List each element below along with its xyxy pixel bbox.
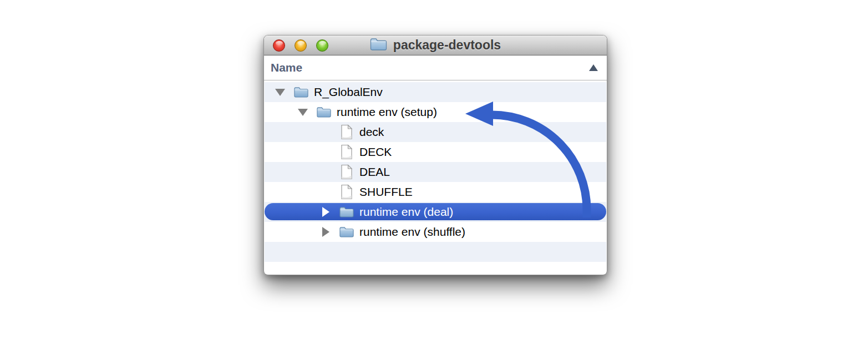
tree-row[interactable]: runtime env (setup) — [265, 102, 606, 122]
tree-row[interactable]: DECK — [265, 142, 606, 162]
window-title-group: package-devtools — [264, 36, 607, 55]
tree-row-label: DEAL — [359, 165, 390, 179]
tree-row[interactable]: DEAL — [265, 162, 606, 182]
tree-row[interactable]: runtime env (deal) — [265, 202, 606, 222]
finder-window: package-devtools Name R_GlobalEnvruntime… — [263, 35, 607, 275]
window-title: package-devtools — [393, 38, 501, 53]
column-header-label: Name — [264, 61, 302, 74]
tree-row[interactable]: runtime env (shuffle) — [265, 222, 606, 242]
document-icon — [339, 124, 354, 140]
document-icon — [339, 144, 354, 160]
disclosure-collapsed-icon[interactable] — [322, 227, 329, 237]
folder-icon — [294, 86, 308, 98]
tree-row-label: runtime env (shuffle) — [359, 225, 465, 239]
tree-row-label: runtime env (setup) — [337, 105, 437, 119]
tree-row-label: SHUFFLE — [359, 185, 413, 199]
tree-row[interactable]: R_GlobalEnv — [265, 82, 606, 102]
column-header-name[interactable]: Name — [264, 55, 607, 80]
folder-icon — [370, 37, 387, 53]
tree-row[interactable]: SHUFFLE — [265, 182, 606, 202]
tree-row-label: R_GlobalEnv — [314, 85, 383, 99]
folder-icon — [339, 206, 354, 218]
sort-direction-icon[interactable] — [589, 64, 598, 71]
tree-row[interactable]: deck — [265, 122, 606, 142]
document-icon — [339, 184, 354, 200]
disclosure-expanded-icon[interactable] — [298, 109, 308, 116]
disclosure-collapsed-icon[interactable] — [322, 207, 329, 217]
tree-row-label: deck — [359, 125, 384, 139]
tree-row-label: runtime env (deal) — [359, 205, 453, 219]
document-icon — [339, 164, 354, 180]
folder-icon — [339, 226, 354, 238]
screenshot-canvas: package-devtools Name R_GlobalEnvruntime… — [0, 0, 868, 339]
folder-icon — [317, 106, 331, 118]
tree-row-label: DECK — [359, 145, 392, 159]
window-titlebar[interactable]: package-devtools — [264, 36, 607, 55]
disclosure-expanded-icon[interactable] — [275, 89, 285, 96]
tree-list: R_GlobalEnvruntime env (setup)deckDECKDE… — [265, 82, 606, 274]
